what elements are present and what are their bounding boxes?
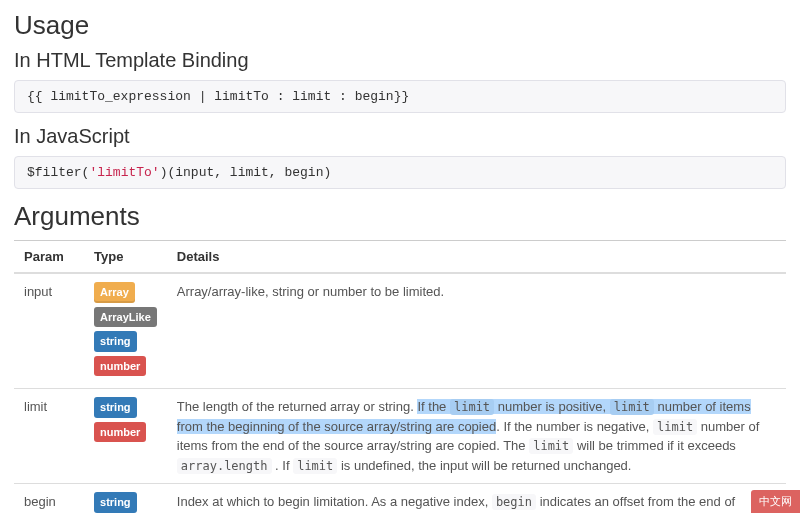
col-param: Param [14, 241, 84, 274]
html-binding-code: {{ limitTo_expression | limitTo : limit … [14, 80, 786, 113]
code-inline: begin [492, 494, 536, 510]
js-heading: In JavaScript [14, 125, 786, 148]
code-string: 'limitTo' [89, 165, 159, 180]
table-row: limit string number The length of the re… [14, 389, 786, 484]
code-inline: array.length [177, 458, 272, 474]
arguments-table: Param Type Details input Array ArrayLike… [14, 240, 786, 513]
param-name: limit [14, 389, 84, 484]
usage-heading: Usage [14, 10, 786, 41]
code-inline: limit [293, 458, 337, 474]
js-code: $filter('limitTo')(input, limit, begin) [14, 156, 786, 189]
details-text: Index at which to begin limitation. As a… [177, 494, 492, 509]
col-details: Details [167, 241, 786, 274]
param-details: Array/array-like, string or number to be… [167, 273, 786, 389]
param-name: begin (optional) [14, 484, 84, 514]
code-text: {{ limitTo_expression | limitTo : limit … [27, 89, 409, 104]
arguments-heading: Arguments [14, 201, 786, 232]
code-inline: limit [450, 399, 494, 415]
code-prefix: $filter( [27, 165, 89, 180]
type-badge-number: number [94, 422, 146, 443]
param-types: string number [84, 484, 167, 514]
param-types: Array ArrayLike string number [84, 273, 167, 389]
watermark-badge: 中文网 [751, 490, 800, 513]
type-badge-arraylike: ArrayLike [94, 307, 157, 328]
table-row: begin (optional) string number Index at … [14, 484, 786, 514]
param-name: input [14, 273, 84, 389]
code-inline: limit [529, 438, 573, 454]
details-text: indicates an offset from the end of [536, 494, 735, 509]
code-suffix: )(input, limit, begin) [160, 165, 332, 180]
param-types: string number [84, 389, 167, 484]
type-badge-string: string [94, 397, 137, 418]
col-type: Type [84, 241, 167, 274]
details-text: . If the number is negative, [496, 419, 653, 434]
type-badge-string: string [94, 492, 137, 513]
type-badge-number: number [94, 356, 146, 377]
details-text: will be trimmed if it exceeds [573, 438, 736, 453]
param-details: Index at which to begin limitation. As a… [167, 484, 786, 514]
code-inline: limit [610, 399, 654, 415]
details-text: The length of the returned array or stri… [177, 399, 418, 414]
param-details: The length of the returned array or stri… [167, 389, 786, 484]
table-row: input Array ArrayLike string number Arra… [14, 273, 786, 389]
details-text: is undefined, the input will be returned… [337, 458, 631, 473]
code-inline: limit [653, 419, 697, 435]
type-badge-array: Array [94, 282, 135, 303]
type-badge-string: string [94, 331, 137, 352]
html-binding-heading: In HTML Template Binding [14, 49, 786, 72]
details-text: . If [272, 458, 294, 473]
